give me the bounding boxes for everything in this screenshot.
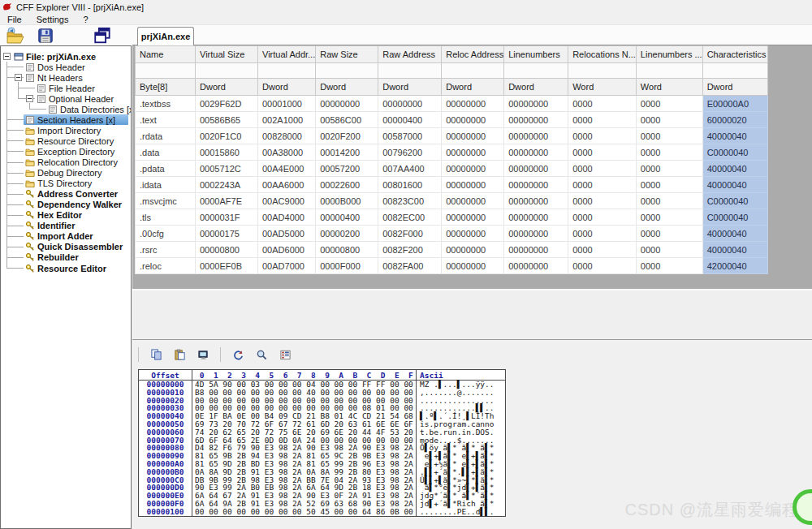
table-cell[interactable]: 00828000 <box>258 128 316 144</box>
table-cell[interactable]: 00AC9000 <box>258 193 316 209</box>
table-cell[interactable]: 0000 <box>636 96 702 112</box>
tree-item-dependency-walker[interactable]: Dependency Walker <box>24 200 128 210</box>
table-cell[interactable]: .msvcjmc <box>136 193 196 209</box>
table-cell[interactable]: 00000400 <box>378 112 442 128</box>
table-cell[interactable]: 0000AF7E <box>196 193 258 209</box>
table-cell[interactable]: 00AA6000 <box>258 177 316 193</box>
table-cell[interactable]: 00000000 <box>442 112 504 128</box>
table-cell[interactable]: 0029F62D <box>196 96 258 112</box>
table-cell[interactable]: 00000000 <box>504 128 568 144</box>
table-cell[interactable]: 00A4E000 <box>258 161 316 177</box>
column-header[interactable]: Name <box>136 46 196 63</box>
table-cell[interactable]: 00000000 <box>504 96 568 112</box>
table-cell[interactable]: 40000040 <box>702 242 767 258</box>
table-cell[interactable]: 0005712C <box>196 161 258 177</box>
table-cell[interactable]: 00000200 <box>316 226 378 242</box>
table-cell[interactable]: 0000 <box>636 258 702 274</box>
table-cell[interactable]: 0000EF0B <box>196 258 258 274</box>
table-cell[interactable]: 00586B65 <box>196 112 258 128</box>
table-cell[interactable]: 00AD5000 <box>258 226 316 242</box>
tree-expander-icon[interactable] <box>15 74 22 81</box>
tree-item-nt-headers[interactable]: Nt Headers <box>24 72 128 83</box>
table-cell[interactable]: 0000B000 <box>316 193 378 209</box>
windows-panels-icon[interactable] <box>91 25 112 45</box>
table-cell[interactable]: C0000040 <box>702 193 767 209</box>
table-cell[interactable]: 00A38000 <box>258 144 316 161</box>
tree-item-file-prjxian-exe[interactable]: File: prjXiAn.exe <box>12 51 128 62</box>
table-cell[interactable]: 0000 <box>568 144 637 161</box>
table-cell[interactable]: 00000800 <box>196 242 258 258</box>
tree-item-identifier[interactable]: Identifier <box>24 221 128 231</box>
menu-settings[interactable]: Settings <box>29 15 76 24</box>
tree-item-data-directories-x[interactable]: Data Directories [x] <box>46 104 128 114</box>
tree-item-section-headers-x[interactable]: Section Headers [x] <box>24 114 128 125</box>
table-cell[interactable]: 0000 <box>568 112 637 128</box>
table-cell[interactable]: 00000000 <box>316 96 378 112</box>
column-header[interactable]: Linenumbers <box>504 46 568 63</box>
table-cell[interactable]: 00000000 <box>442 161 504 177</box>
table-cell[interactable]: 0082F200 <box>378 242 442 258</box>
table-cell[interactable]: .idata <box>136 177 196 193</box>
table-cell[interactable]: 00000000 <box>504 177 568 193</box>
table-cell[interactable]: 0000 <box>636 112 702 128</box>
table-cell[interactable]: 0000 <box>636 144 702 161</box>
table-cell[interactable]: 00014200 <box>316 144 378 161</box>
search-icon[interactable] <box>255 348 268 361</box>
table-cell[interactable]: 0000 <box>568 161 637 177</box>
table-cell[interactable]: 0002243A <box>196 177 258 193</box>
table-cell[interactable]: .pdata <box>136 161 196 177</box>
table-cell[interactable]: C0000040 <box>702 209 767 226</box>
tree-item-file-header[interactable]: File Header <box>35 83 128 93</box>
hex-bytes[interactable]: 00 00 00 00 00 00 00 00 50 45 00 00 64 8… <box>192 508 417 516</box>
table-cell[interactable]: 00823C00 <box>378 193 442 209</box>
refresh-icon[interactable] <box>231 348 244 361</box>
table-cell[interactable]: 007AA400 <box>378 161 442 177</box>
column-header[interactable]: Virtual Size <box>196 46 258 63</box>
table-cell[interactable]: 0000 <box>568 193 637 209</box>
table-cell[interactable]: 0082F000 <box>378 226 442 242</box>
table-cell[interactable]: 0082EC00 <box>378 209 442 226</box>
table-cell[interactable]: 0000 <box>568 258 637 274</box>
table-cell[interactable]: 00000000 <box>442 226 504 242</box>
menu-file[interactable]: File <box>0 15 29 24</box>
table-cell[interactable]: 40000040 <box>702 226 767 242</box>
table-cell[interactable]: 00000000 <box>442 177 504 193</box>
table-cell[interactable]: 00000175 <box>196 226 258 242</box>
table-cell[interactable]: 00001000 <box>258 96 316 112</box>
table-cell[interactable]: 00015860 <box>196 144 258 161</box>
table-cell[interactable]: 00000000 <box>442 242 504 258</box>
table-cell[interactable]: 0000 <box>568 177 637 193</box>
table-cell[interactable]: 42000040 <box>702 258 767 274</box>
tree-item-relocation-directory[interactable]: Relocation Directory <box>24 157 128 168</box>
table-cell[interactable]: .text <box>136 112 196 128</box>
table-cell[interactable]: 0000 <box>636 161 702 177</box>
table-cell[interactable]: 002A1000 <box>258 112 316 128</box>
table-cell[interactable]: 00000000 <box>442 193 504 209</box>
tree-item-resource-editor[interactable]: Resource Editor <box>24 263 128 273</box>
tree-item-debug-directory[interactable]: Debug Directory <box>24 168 128 178</box>
column-header[interactable]: Relocations N... <box>568 46 637 63</box>
table-cell[interactable]: 0000 <box>636 128 702 144</box>
table-cell[interactable]: 00586C00 <box>316 112 378 128</box>
tree-item-dos-header[interactable]: Dos Header <box>24 62 128 72</box>
tree-item-quick-disassembler[interactable]: Quick Disassembler <box>24 242 128 252</box>
column-header[interactable]: Linenumbers ... <box>636 46 702 63</box>
column-header[interactable]: Raw Size <box>316 46 378 63</box>
table-cell[interactable]: 00AD4000 <box>258 209 316 226</box>
table-cell[interactable]: 0000 <box>568 128 637 144</box>
hex-dump-grid[interactable]: Offset 0 1 2 3 4 5 6 7 8 9 A B C D E F A… <box>138 369 506 517</box>
open-file-icon[interactable] <box>5 25 26 45</box>
table-cell[interactable]: 0000 <box>636 193 702 209</box>
table-cell[interactable]: 0000 <box>568 226 637 242</box>
table-cell[interactable]: 00000000 <box>442 258 504 274</box>
table-cell[interactable]: 00000000 <box>504 209 568 226</box>
table-cell[interactable]: 00AD6000 <box>258 242 316 258</box>
table-cell[interactable]: 0000 <box>568 96 637 112</box>
table-cell[interactable]: 00000000 <box>442 144 504 161</box>
table-cell[interactable]: 0020F200 <box>316 128 378 144</box>
save-file-icon[interactable] <box>35 25 56 45</box>
tree-item-tls-directory[interactable]: TLS Directory <box>24 178 128 189</box>
table-cell[interactable]: .textbss <box>136 96 196 112</box>
table-cell[interactable]: 40000040 <box>702 177 767 193</box>
tree-item-address-converter[interactable]: Address Converter <box>24 189 128 200</box>
